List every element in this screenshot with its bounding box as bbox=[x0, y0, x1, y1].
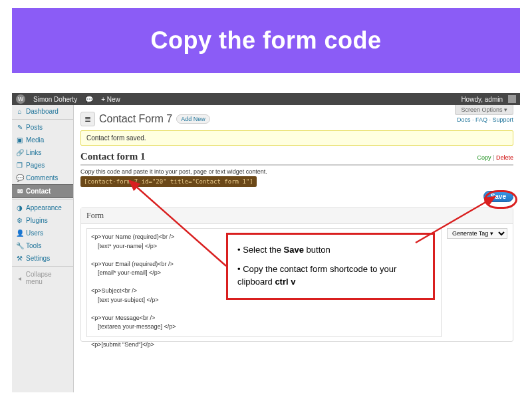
sidebar-item-plugins[interactable]: ⚙Plugins bbox=[12, 214, 73, 227]
sidebar-item-users[interactable]: 👤Users bbox=[12, 227, 73, 239]
form-title-row: Contact form 1 Copy | Delete bbox=[80, 151, 513, 166]
sidebar-item-label: Posts bbox=[26, 124, 43, 131]
form-code-textarea[interactable]: <p>Your Name (required)<br /> [text* you… bbox=[86, 228, 442, 337]
copy-link[interactable]: Copy bbox=[477, 154, 491, 161]
wp-admin-frame: W Simon Doherty 💬 + New Howdy, admin ⌂Da… bbox=[12, 93, 520, 392]
sidebar-item-label: Media bbox=[26, 136, 44, 144]
link-icon: 🔗 bbox=[16, 149, 23, 156]
sidebar-item-label: Collapse menu bbox=[26, 271, 69, 285]
sidebar-item-comments[interactable]: 💬Comments bbox=[12, 172, 73, 184]
sidebar-item-label: Users bbox=[26, 229, 43, 237]
screen-options-row: Screen Options ▾ Docs · FAQ · Support bbox=[455, 105, 513, 123]
add-new-button[interactable]: Add New bbox=[176, 114, 210, 124]
sidebar-item-posts[interactable]: ✎Posts bbox=[12, 121, 73, 134]
plugin-icon: ⚙ bbox=[16, 217, 23, 224]
sidebar-item-tools[interactable]: 🔧Tools bbox=[12, 239, 73, 252]
comment-icon: 💬 bbox=[16, 174, 23, 182]
sidebar-item-label: Plugins bbox=[26, 217, 48, 224]
page-title-row: ≣ Contact Form 7 Add New bbox=[80, 112, 513, 126]
sidebar-item-media[interactable]: ▣Media bbox=[12, 134, 73, 146]
comments-icon[interactable]: 💬 bbox=[85, 96, 93, 103]
sidebar-item-label: Settings bbox=[26, 255, 50, 262]
help-links[interactable]: Docs · FAQ · Support bbox=[455, 116, 513, 123]
form-editor-box: Form <p>Your Name (required)<br /> [text… bbox=[80, 207, 513, 342]
slide-title-banner: Copy the form code bbox=[12, 8, 520, 73]
main-content: Screen Options ▾ Docs · FAQ · Support ≣ … bbox=[74, 105, 520, 392]
wp-logo-icon[interactable]: W bbox=[16, 94, 25, 104]
sidebar-item-label: Tools bbox=[26, 242, 41, 249]
sidebar-item-label: Links bbox=[26, 149, 41, 156]
page-title-icon: ≣ bbox=[80, 112, 95, 126]
tools-icon: 🔧 bbox=[16, 242, 23, 249]
sidebar-item-label: Dashboard bbox=[26, 108, 59, 115]
media-icon: ▣ bbox=[16, 136, 23, 144]
sidebar-item-dashboard[interactable]: ⌂Dashboard bbox=[12, 105, 73, 118]
form-title[interactable]: Contact form 1 bbox=[80, 151, 145, 162]
sidebar-item-pages[interactable]: ❐Pages bbox=[12, 159, 73, 172]
slide-page: Copy the form code W Simon Doherty 💬 + N… bbox=[0, 0, 532, 399]
collapse-icon: ◂ bbox=[16, 275, 23, 282]
pin-icon: ✎ bbox=[16, 124, 23, 131]
save-button[interactable]: Save bbox=[483, 191, 513, 202]
generate-tag[interactable]: Generate Tag ▾ bbox=[447, 228, 507, 337]
avatar bbox=[508, 95, 516, 103]
shortcode-hint: Copy this code and paste it into your po… bbox=[80, 168, 513, 175]
sidebar-item-appearance[interactable]: ◑Appearance bbox=[12, 201, 73, 214]
new-menu[interactable]: + New bbox=[101, 96, 120, 103]
screen-options-tab[interactable]: Screen Options ▾ bbox=[455, 105, 513, 115]
users-icon: 👤 bbox=[16, 229, 23, 237]
home-icon: ⌂ bbox=[16, 108, 23, 115]
sidebar-item-label: Pages bbox=[26, 162, 45, 169]
sidebar-item-label: Comments bbox=[26, 174, 58, 182]
sidebar-item-label: Appearance bbox=[26, 204, 62, 211]
form-section-header: Form bbox=[81, 208, 513, 224]
site-name[interactable]: Simon Doherty bbox=[33, 96, 77, 103]
delete-link[interactable]: Delete bbox=[496, 154, 513, 161]
copy-delete-links: Copy | Delete bbox=[477, 154, 513, 161]
sidebar-item-contact[interactable]: ✉Contact bbox=[12, 184, 73, 198]
sidebar-item-settings[interactable]: ⚒Settings bbox=[12, 252, 73, 265]
howdy-text: Howdy, admin bbox=[461, 96, 503, 103]
slide-title: Copy the form code bbox=[150, 27, 381, 55]
generate-tag-select[interactable]: Generate Tag ▾ bbox=[447, 228, 507, 239]
settings-icon: ⚒ bbox=[16, 255, 23, 262]
mail-icon: ✉ bbox=[16, 188, 23, 195]
howdy-menu[interactable]: Howdy, admin bbox=[461, 95, 516, 103]
page-title: Contact Form 7 bbox=[99, 113, 172, 125]
sidebar-item-links[interactable]: 🔗Links bbox=[12, 146, 73, 159]
page-icon: ❐ bbox=[16, 162, 23, 169]
sidebar-item-label: Contact bbox=[26, 188, 51, 195]
collapse-menu[interactable]: ◂Collapse menu bbox=[12, 268, 73, 288]
admin-notice: Contact form saved. bbox=[80, 130, 513, 146]
shortcode-field[interactable]: [contact-form-7 id="20" title="Contact f… bbox=[80, 176, 257, 187]
admin-bar: W Simon Doherty 💬 + New Howdy, admin bbox=[12, 93, 520, 105]
admin-sidebar: ⌂Dashboard ✎Posts ▣Media 🔗Links ❐Pages 💬… bbox=[12, 105, 74, 392]
appearance-icon: ◑ bbox=[16, 204, 23, 211]
